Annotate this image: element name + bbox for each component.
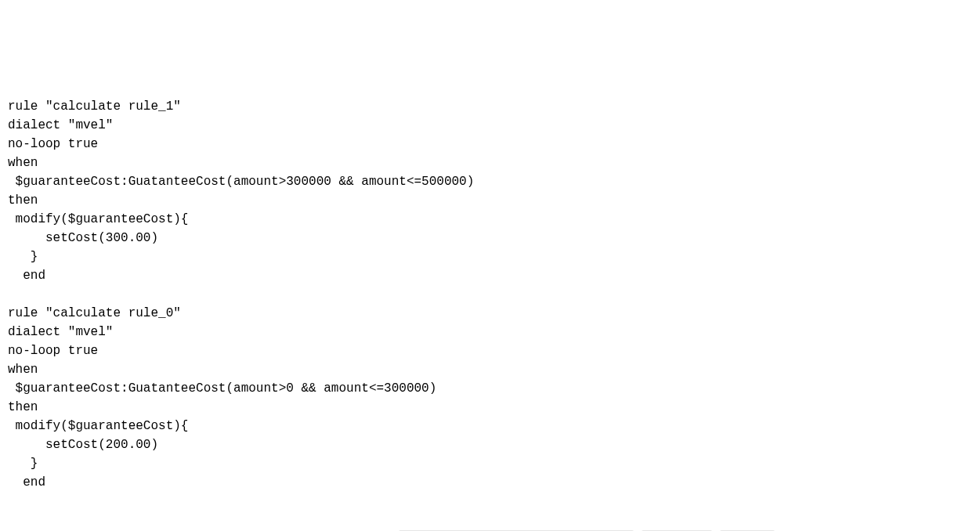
code-line: modify($guaranteeCost){ (8, 212, 188, 226)
code-line: rule "calculate rule_0" (8, 306, 181, 320)
code-line: setCost(200.00) (8, 438, 158, 452)
code-line: modify($guaranteeCost){ (8, 419, 188, 433)
code-line: then (8, 400, 38, 414)
code-line: dialect "mvel" (8, 118, 113, 132)
code-line: end (8, 269, 45, 283)
code-line: end (8, 475, 45, 489)
code-line: dialect "mvel" (8, 325, 113, 339)
code-line: no-loop true (8, 137, 98, 151)
code-line: when (8, 363, 38, 377)
code-line: setCost(300.00) (8, 231, 158, 245)
code-line: then (8, 193, 38, 208)
code-line: rule "calculate rule_1" (8, 99, 181, 114)
code-line: $guaranteeCost:GuatanteeCost(amount>0 &&… (8, 381, 436, 396)
code-line: $guaranteeCost:GuatanteeCost(amount>3000… (8, 175, 474, 189)
code-line: no-loop true (8, 344, 98, 358)
drools-rule-code: rule "calculate rule_1" dialect "mvel" n… (8, 78, 972, 492)
code-line: } (8, 457, 38, 471)
code-line: } (8, 250, 38, 264)
code-line: when (8, 156, 38, 170)
